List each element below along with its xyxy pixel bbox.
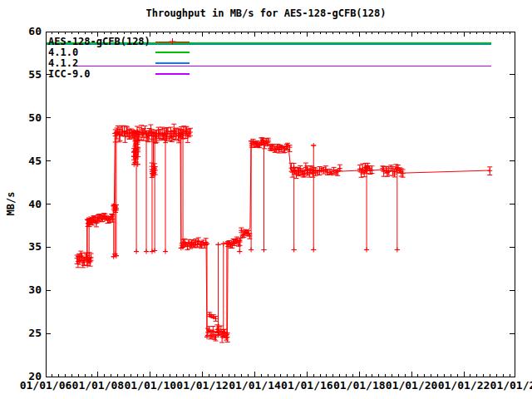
y-tick-label: 20 [28, 370, 42, 382]
x-tick-label: 01/01/16 [281, 379, 333, 392]
x-tick-label: 01/01/10 [124, 379, 176, 392]
x-tick-label: 01/01/18 [333, 379, 386, 392]
x-tick-label: 01/01/14 [229, 379, 281, 392]
y-tick-label: 45 [28, 155, 42, 167]
x-tick-label: 01/01/08 [72, 379, 125, 392]
y-tick-label: 35 [28, 240, 42, 253]
x-tick-label: 01/01/12 [176, 379, 229, 392]
x-tick-label: 01/01/20 [386, 379, 438, 392]
y-tick-label: 60 [28, 25, 42, 37]
data-series [75, 124, 493, 342]
legend-label-4: ICC-9.0 [48, 68, 91, 80]
y-tick-label: 25 [28, 327, 42, 339]
y-tick-label: 40 [28, 198, 42, 210]
legend-label-2: 4.1.0 [48, 47, 78, 58]
plot-area: 01/01/0601/01/0801/01/1001/01/1201/01/14… [0, 0, 532, 399]
x-axis-ticks: 01/01/0601/01/0801/01/1001/01/1201/01/14… [20, 32, 532, 392]
legend-label-1: AES-128-gCFB(128) [48, 36, 150, 47]
y-tick-label: 55 [28, 68, 42, 81]
legend: AES-128-gCFB(128)4.1.04.1.2ICC-9.0 [48, 36, 190, 80]
benchmark-chart: Throughput in MB/s for AES-128-gCFB(128)… [0, 0, 532, 399]
x-tick-label: 01/01/22 [438, 379, 490, 392]
y-tick-label: 50 [28, 111, 42, 124]
x-tick-label: 01/01/06 [20, 379, 72, 392]
y-axis-ticks: 202530354045505560 [28, 25, 515, 382]
x-tick-label: 01/01/24 [490, 379, 532, 392]
legend-label-3: 4.1.2 [48, 57, 78, 69]
y-tick-label: 30 [28, 283, 42, 296]
